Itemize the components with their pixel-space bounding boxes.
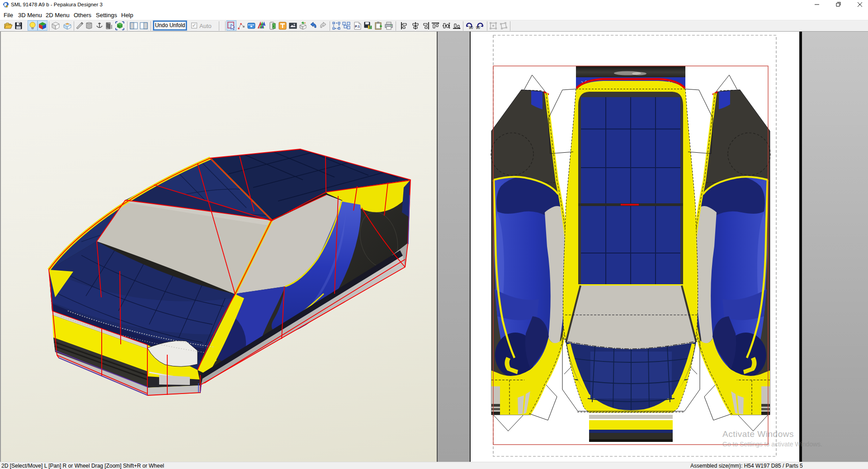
svg-text:90: 90	[469, 26, 473, 30]
svg-text:P.1: P.1	[355, 24, 360, 28]
svg-text:90: 90	[476, 26, 481, 30]
